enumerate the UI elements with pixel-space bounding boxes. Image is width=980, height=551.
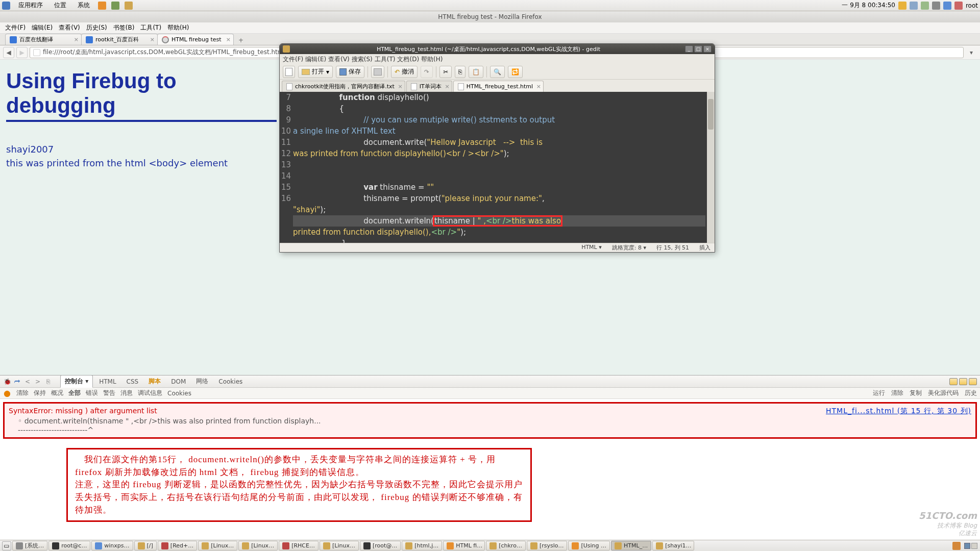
browser-tab-firebug-test[interactable]: HTML firebug test × [157, 34, 234, 45]
taskbar-item[interactable]: [Red+… [158, 541, 197, 550]
close-icon[interactable]: × [445, 83, 450, 90]
taskbar-item[interactable]: [Linux… [320, 541, 359, 550]
taskbar-item[interactable]: [Using … [568, 541, 610, 550]
taskbar-item[interactable]: HTML_… [611, 541, 651, 550]
taskbar-item[interactable]: [系统… [12, 541, 47, 550]
menu-button[interactable]: ▾ [966, 49, 977, 56]
btn-errors[interactable]: 错误 [86, 389, 98, 397]
close-icon[interactable]: × [398, 83, 403, 90]
tray-icon[interactable] [954, 2, 963, 10]
btn-all[interactable]: 全部 [68, 389, 81, 397]
maximize-button[interactable]: □ [694, 45, 702, 53]
close-icon[interactable]: × [536, 83, 541, 90]
menu-system[interactable]: 系统 [75, 0, 93, 11]
minimize-button[interactable] [949, 378, 958, 385]
gedit-menu-view[interactable]: 查看(V) [328, 55, 350, 64]
print-button[interactable] [371, 66, 384, 78]
gedit-menu-documents[interactable]: 文档(D) [397, 55, 419, 64]
inspect-icon[interactable]: ⮫ [13, 378, 21, 386]
tab-dom[interactable]: DOM [167, 377, 190, 387]
show-desktop-button[interactable]: ▭ [2, 541, 11, 550]
btn-warnings[interactable]: 警告 [103, 389, 115, 397]
taskbar-item[interactable]: [shayi1… [652, 541, 694, 550]
btn-history[interactable]: 历史 [965, 389, 977, 397]
foot-icon[interactable] [2, 2, 10, 10]
tray-icon[interactable] [921, 2, 929, 10]
btn-clear[interactable]: 清除 [16, 389, 29, 397]
taskbar-item[interactable]: root@c… [48, 541, 90, 550]
ff-menu-help[interactable]: 帮助(H) [165, 22, 191, 33]
new-file-button[interactable] [283, 66, 295, 78]
taskbar-item[interactable]: winxps… [91, 541, 133, 550]
cut-button[interactable]: ✂ [439, 66, 452, 78]
open-button[interactable]: 打开▾ [298, 66, 333, 78]
tab-css[interactable]: CSS [122, 377, 143, 387]
tab-cookies[interactable]: Cookies [214, 377, 247, 387]
ff-menu-history[interactable]: 历史(S) [84, 22, 109, 33]
user-label[interactable]: root [966, 2, 978, 9]
close-button[interactable] [969, 378, 977, 385]
btn-persist[interactable]: 保持 [34, 389, 46, 397]
gedit-menu-search[interactable]: 搜索(S) [352, 55, 373, 64]
firebug-icon[interactable]: 🐞 [3, 378, 11, 386]
taskbar-item[interactable]: [/] [134, 541, 157, 550]
replace-button[interactable]: 🔁 [508, 66, 523, 78]
workspace-1[interactable] [964, 543, 970, 549]
scrollbar[interactable] [707, 92, 715, 243]
taskbar-item[interactable]: [chkro… [486, 541, 526, 550]
paste-button[interactable]: 📋 [469, 66, 483, 78]
gedit-menu-help[interactable]: 帮助(H) [421, 55, 443, 64]
taskbar-item[interactable]: [RHCE… [279, 541, 318, 550]
home-launcher-icon[interactable] [111, 2, 119, 10]
tab-html[interactable]: HTML [95, 377, 120, 387]
back-button[interactable]: ◀ [3, 47, 14, 58]
taskbar-item[interactable]: HTML fi… [443, 541, 485, 550]
ff-menu-bookmarks[interactable]: 书签(B) [111, 22, 137, 33]
code-area[interactable]: function displayhello() { // you can use… [293, 92, 715, 243]
popout-button[interactable] [959, 378, 967, 385]
status-tabwidth[interactable]: 跳格宽度: 8 ▾ [612, 244, 646, 252]
new-tab-button[interactable]: + [235, 36, 247, 45]
find-button[interactable]: 🔍 [490, 66, 505, 78]
gedit-titlebar[interactable]: HTML_firebug_test.html (~/桌面/html,javasc… [280, 44, 715, 54]
taskbar-item[interactable]: [root@… [360, 541, 401, 550]
btn-info[interactable]: 消息 [120, 389, 133, 397]
close-icon[interactable]: × [226, 36, 231, 43]
firebug-console[interactable]: SyntaxError: missing ) after argument li… [0, 399, 980, 540]
close-button[interactable]: × [703, 45, 712, 53]
browser-tab-rootkit-baike[interactable]: rootkit_百度百科 × [81, 34, 158, 45]
prev-icon[interactable]: < [23, 378, 32, 386]
taskbar-item[interactable]: [html,j… [402, 541, 442, 550]
btn-debug[interactable]: 调试信息 [138, 389, 162, 397]
gedit-menu-file[interactable]: 文件(F) [283, 55, 303, 64]
tab-console[interactable]: 控制台 ▾ [60, 375, 93, 388]
ff-menu-view[interactable]: 查看(V) [57, 22, 82, 33]
ff-menu-file[interactable]: 文件(F) [3, 22, 28, 33]
code-editor[interactable]: 7 8 9 10 11 12 13 14 15 16 function disp… [280, 92, 715, 243]
btn-run[interactable]: 运行 [873, 389, 885, 397]
tray-icon[interactable] [910, 2, 918, 10]
close-icon[interactable]: × [74, 36, 79, 43]
cmd-icon[interactable]: ⎘ [44, 378, 52, 386]
gedit-tab-itwords[interactable]: IT单词本× [406, 81, 452, 92]
gedit-tab-chkrootkit[interactable]: chkrootkit使用指南，官网内容翻译.txt× [282, 81, 405, 92]
btn-copy[interactable]: 复制 [910, 389, 922, 397]
firefox-launcher-icon[interactable] [98, 2, 106, 10]
ff-menu-tools[interactable]: 工具(T) [138, 22, 163, 33]
taskbar-item[interactable]: [Linux… [238, 541, 278, 550]
taskbar-item[interactable]: [rsyslo… [527, 541, 568, 550]
close-icon[interactable]: × [150, 36, 155, 43]
copy-button[interactable]: ⎘ [455, 66, 465, 78]
taskbar-item[interactable]: [Linux… [198, 541, 237, 550]
forward-button[interactable]: ▶ [16, 47, 28, 58]
menu-places[interactable]: 位置 [51, 0, 69, 11]
break-icon[interactable]: ⬤ [3, 389, 11, 397]
undo-button[interactable]: ↶撤消 [391, 66, 418, 78]
scrollbar-thumb[interactable] [708, 99, 714, 130]
redo-button[interactable]: ↷ [421, 66, 433, 78]
tab-script[interactable]: 脚本 [144, 375, 165, 387]
workspace-2[interactable] [971, 543, 977, 549]
status-lang[interactable]: HTML ▾ [581, 244, 602, 252]
gedit-tab-firebug-html[interactable]: HTML_firebug_test.html× [453, 81, 544, 92]
network-icon[interactable] [943, 2, 951, 10]
